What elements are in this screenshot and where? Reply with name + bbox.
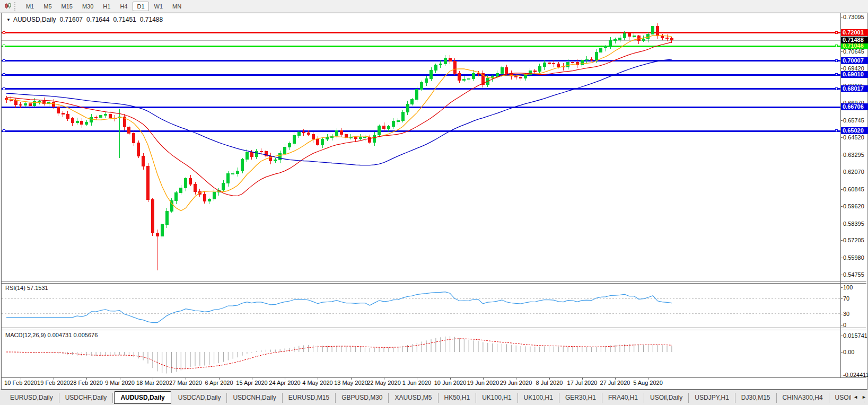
price-tick: 0.59620 xyxy=(843,203,864,210)
rsi-plot[interactable] xyxy=(2,283,840,327)
candle-body xyxy=(590,59,593,60)
candle-body xyxy=(543,63,546,67)
tab-uk100-h1[interactable]: UK100,H1 xyxy=(476,393,518,403)
candle-body xyxy=(66,114,69,118)
candles xyxy=(5,23,673,271)
candle-body xyxy=(255,151,258,156)
candle-body xyxy=(133,134,135,143)
candle-body xyxy=(572,62,574,63)
candle-body xyxy=(340,130,343,134)
ohlc-open: 0.71607 xyxy=(60,16,83,23)
candle-body xyxy=(557,64,560,66)
candle-body xyxy=(392,121,394,127)
ohlc-low: 0.71451 xyxy=(113,16,136,23)
tab-scroll-right-icon[interactable]: ► xyxy=(862,393,866,401)
candle-body xyxy=(189,178,192,184)
current-price-tag: 0.71488 xyxy=(841,37,868,43)
timeframe-h1[interactable]: H1 xyxy=(99,2,115,11)
candle-body xyxy=(297,133,300,135)
candle-body xyxy=(453,61,456,73)
symbol-caret-icon[interactable]: ▼ xyxy=(6,17,11,22)
date-label: 8 Jul 2020 xyxy=(536,380,563,386)
panel-splitter-macd[interactable] xyxy=(2,328,866,330)
candle-body xyxy=(288,144,291,147)
price-tick: 0.73095 xyxy=(843,14,864,21)
candle-body xyxy=(637,36,640,40)
candle-body xyxy=(250,153,253,157)
candle-body xyxy=(317,139,319,145)
chart-tabs: EURUSD,DailyUSDCHF,DailyAUDUSD,DailyUSDC… xyxy=(0,390,868,405)
price-level-tag: 0.70007 xyxy=(841,57,868,64)
date-label: 19 Feb 2020 xyxy=(37,380,70,386)
candle-body xyxy=(293,135,295,144)
tab-xauusd-m5[interactable]: XAUUSD,M5 xyxy=(389,393,438,403)
candle-body xyxy=(411,99,414,104)
timeframe-mn[interactable]: MN xyxy=(168,2,186,11)
date-label: 13 May 2020 xyxy=(334,380,368,386)
candle-body xyxy=(52,102,55,107)
chart-type-button[interactable]: ▼ xyxy=(3,4,11,8)
candle-body xyxy=(95,117,98,118)
timeframe-m1[interactable]: M1 xyxy=(22,2,38,11)
timeframe-h4[interactable]: H4 xyxy=(116,2,131,11)
candle-body xyxy=(604,47,607,48)
tab-usdjpy-h1[interactable]: USDJPY,H1 xyxy=(689,393,735,403)
mt4-application: ▼ M1M5M15M30H1H4D1W1MN ▼ AUDUSD,Daily 0.… xyxy=(0,0,868,405)
candle-body xyxy=(477,73,480,74)
date-label: 9 Mar 2020 xyxy=(105,380,135,386)
candle-body xyxy=(180,188,182,193)
tab-eurusd-m15[interactable]: EURUSD,M15 xyxy=(283,393,336,403)
toolbar-grip[interactable] xyxy=(14,2,17,11)
candle-body xyxy=(175,193,178,201)
candle-body xyxy=(265,151,267,156)
candle-body xyxy=(661,36,664,38)
tab-dj30-m15[interactable]: DJ30,M15 xyxy=(735,393,777,403)
candle-body xyxy=(652,26,654,34)
candle-body xyxy=(524,75,527,78)
timeframe-m30[interactable]: M30 xyxy=(78,2,98,11)
panel-splitter-rsi[interactable] xyxy=(2,281,866,284)
candle-body xyxy=(349,138,352,138)
candle-body xyxy=(666,38,669,39)
timeframe-d1[interactable]: D1 xyxy=(133,2,148,11)
tab-usdcad-daily[interactable]: USDCAD,Daily xyxy=(172,393,227,403)
price-level-tag: 0.68017 xyxy=(841,85,868,92)
tab-hk50-h1[interactable]: HK50,H1 xyxy=(439,393,477,403)
tab-usdchf-daily[interactable]: USDCHF,Daily xyxy=(59,393,113,403)
timeframe-toolbar-row: ▼ M1M5M15M30H1H4D1W1MN xyxy=(0,0,868,13)
candle-body xyxy=(156,233,159,236)
candle-body xyxy=(241,160,244,171)
candlestick-plot[interactable] xyxy=(2,13,840,281)
moving-average-line xyxy=(6,59,672,165)
price-tick: 0.63295 xyxy=(843,152,864,159)
tab-china300-h4[interactable]: CHINA300,H4 xyxy=(777,393,829,403)
tab-scroll-left-icon[interactable]: ◄ xyxy=(853,393,858,401)
rsi-line xyxy=(6,292,672,323)
candle-body xyxy=(302,133,305,133)
candle-body xyxy=(628,34,630,37)
candle-body xyxy=(458,73,461,80)
macd-plot[interactable] xyxy=(2,330,840,377)
macd-indicator-label: MACD(12,26,9) 0.004731 0.005676 xyxy=(5,332,98,338)
date-label: 10 Jun 2020 xyxy=(434,380,467,386)
timeframe-w1[interactable]: W1 xyxy=(150,2,168,11)
tab-eurusd-daily[interactable]: EURUSD,Daily xyxy=(4,393,59,403)
candle-body xyxy=(496,74,498,77)
tab-usdcnh-daily[interactable]: USDCNH,Daily xyxy=(227,393,282,403)
tab-gbpusd-m30[interactable]: GBPUSD,M30 xyxy=(336,393,389,403)
tab-audusd-daily[interactable]: AUDUSD,Daily xyxy=(114,391,171,404)
price-axis-border xyxy=(840,13,841,378)
rsi-indicator-label: RSI(14) 57.1531 xyxy=(5,285,48,291)
tab-uk100-h1[interactable]: UK100,H1 xyxy=(518,393,559,403)
date-axis-border xyxy=(2,377,866,378)
price-axis[interactable]: 0.730950.718700.706450.694200.681950.669… xyxy=(841,0,868,405)
tab-fra40-h1[interactable]: FRA40,H1 xyxy=(602,393,644,403)
tab-ger30-h1[interactable]: GER30,H1 xyxy=(559,393,602,403)
tab-usoil-daily[interactable]: USOil,Daily xyxy=(644,393,689,403)
date-label: 10 Feb 2020 xyxy=(4,380,37,386)
candle-body xyxy=(505,67,508,73)
candle-body xyxy=(642,39,645,41)
timeframe-m15[interactable]: M15 xyxy=(57,2,77,11)
candle-body xyxy=(614,40,617,41)
timeframe-m5[interactable]: M5 xyxy=(39,2,56,11)
